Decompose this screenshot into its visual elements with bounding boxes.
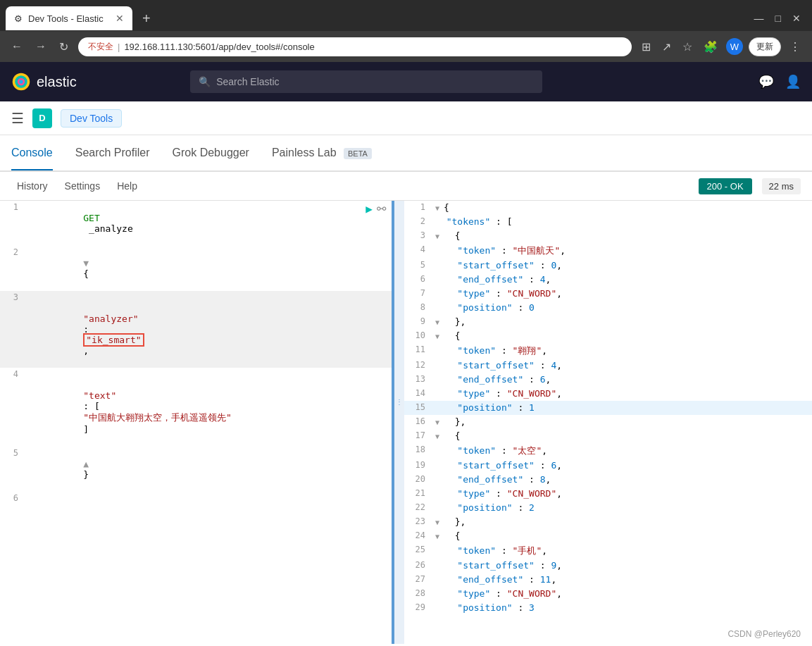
- right-line-content-28: "type" : "CN_WORD",: [432, 587, 812, 600]
- code-editor[interactable]: 1 GET _analyze ▶ ⚯ 2 ▼ { 3: [0, 201, 392, 644]
- menu-icon[interactable]: ⋮: [787, 37, 804, 56]
- right-line-25: 25 "token" : "手机",: [404, 543, 812, 559]
- line-number-3: 3: [0, 291, 25, 302]
- right-line-content-9: ▼ },: [432, 315, 812, 328]
- line-number-4: 4: [0, 368, 25, 379]
- line-content-1[interactable]: GET _analyze: [25, 201, 360, 246]
- resize-gutter[interactable]: ⋮: [394, 201, 404, 644]
- app-name-button[interactable]: Dev Tools: [61, 109, 122, 128]
- minimize-icon[interactable]: —: [754, 13, 764, 24]
- right-line-number-28: 28: [404, 587, 432, 598]
- right-line-number-13: 13: [404, 373, 432, 384]
- maximize-icon[interactable]: □: [775, 13, 781, 24]
- watermark: CSDN @Perley620: [727, 629, 801, 639]
- tab-close-button[interactable]: ✕: [115, 13, 124, 24]
- value-text: "中国航大翱翔太空，手机遥遥领先": [83, 412, 232, 423]
- history-button[interactable]: History: [11, 178, 54, 194]
- copy-button[interactable]: ⚯: [377, 202, 386, 216]
- gutter-handle[interactable]: ⋮: [396, 398, 403, 406]
- line-content-6[interactable]: [25, 492, 392, 495]
- browser-chrome: ⚙ Dev Tools - Elastic ✕ + — □ ✕ ← → ↻ 不安…: [0, 0, 812, 62]
- right-line-content-21: "type" : "CN_WORD",: [432, 487, 812, 500]
- line-content-2[interactable]: ▼ {: [25, 246, 392, 291]
- run-button[interactable]: ▶: [366, 202, 373, 216]
- right-line-content-11: "token" : "翱翔",: [432, 343, 812, 359]
- right-editor: 1▼ {2 "tokens" : [3▼ {4 "token" : "中国航天"…: [404, 201, 812, 615]
- browser-tab-active[interactable]: ⚙ Dev Tools - Elastic ✕: [6, 6, 132, 30]
- right-line-number-10: 10: [404, 329, 432, 340]
- app-bar: ☰ D Dev Tools: [0, 101, 812, 135]
- elastic-logo-text: elastic: [37, 74, 77, 90]
- right-line-4: 4 "token" : "中国航天",: [404, 243, 812, 259]
- extensions-icon[interactable]: 🧩: [701, 37, 720, 56]
- collapse-2[interactable]: ▼: [83, 258, 89, 268]
- new-tab-button[interactable]: +: [137, 11, 156, 27]
- time-badge: 22 ms: [762, 178, 801, 194]
- right-line-content-8: "position" : 0: [432, 301, 812, 314]
- url-text: 192.168.111.130:5601/app/dev_tools#/cons…: [124, 42, 314, 52]
- right-line-23: 23▼ },: [404, 515, 812, 529]
- key-text: "text": [83, 390, 116, 401]
- settings-button[interactable]: Settings: [59, 178, 106, 194]
- right-line-number-8: 8: [404, 301, 432, 312]
- right-line-content-24: ▼ {: [432, 529, 812, 542]
- right-line-number-21: 21: [404, 487, 432, 498]
- tab-search-profiler[interactable]: Search Profiler: [75, 137, 150, 170]
- help-button[interactable]: Help: [111, 178, 143, 194]
- close-bracket: ]: [83, 424, 89, 435]
- tabs-bar: Console Search Profiler Grok Debugger Pa…: [0, 135, 812, 172]
- update-button[interactable]: 更新: [749, 37, 781, 56]
- right-line-content-26: "start_offset" : 9,: [432, 559, 812, 572]
- right-line-number-20: 20: [404, 473, 432, 484]
- translate-icon[interactable]: ⊞: [639, 37, 654, 56]
- right-line-17: 17▼ {: [404, 429, 812, 443]
- refresh-button[interactable]: ↻: [56, 37, 71, 56]
- right-line-number-12: 12: [404, 359, 432, 370]
- line-number-6: 6: [0, 492, 25, 503]
- right-line-content-4: "token" : "中国航天",: [432, 243, 812, 259]
- right-line-content-23: ▼ },: [432, 515, 812, 528]
- close-icon[interactable]: ✕: [792, 13, 801, 24]
- code-line-1: 1 GET _analyze ▶ ⚯: [0, 201, 392, 246]
- tab-painless-lab[interactable]: Painless Lab BETA: [272, 137, 372, 170]
- right-line-9: 9▼ },: [404, 315, 812, 329]
- right-line-27: 27 "end_offset" : 11,: [404, 573, 812, 587]
- right-line-content-13: "end_offset" : 6,: [432, 373, 812, 386]
- right-line-7: 7 "type" : "CN_WORD",: [404, 287, 812, 301]
- bookmark-icon[interactable]: ☆: [680, 37, 695, 56]
- right-line-2: 2 "tokens" : [: [404, 215, 812, 229]
- right-line-number-25: 25: [404, 543, 432, 554]
- right-line-5: 5 "start_offset" : 0,: [404, 259, 812, 273]
- forward-button[interactable]: →: [32, 37, 49, 56]
- right-line-number-2: 2: [404, 215, 432, 226]
- brace-close: }: [83, 469, 89, 480]
- endpoint: _analyze: [83, 223, 132, 234]
- line-content-5[interactable]: ▲ }: [25, 447, 392, 492]
- left-editor-panel[interactable]: 1 GET _analyze ▶ ⚯ 2 ▼ { 3: [0, 201, 394, 644]
- tab-console[interactable]: Console: [11, 137, 53, 170]
- right-output-panel[interactable]: 1▼ {2 "tokens" : [3▼ {4 "token" : "中国航天"…: [404, 201, 812, 644]
- beta-badge: BETA: [344, 148, 372, 159]
- right-line-number-7: 7: [404, 287, 432, 298]
- hamburger-menu[interactable]: ☰: [11, 110, 24, 127]
- svg-point-3: [19, 80, 23, 83]
- code-line-2: 2 ▼ {: [0, 246, 392, 291]
- user-menu-icon[interactable]: 👤: [785, 74, 801, 89]
- key-analyzer: "analyzer": [83, 313, 138, 324]
- line-content-3[interactable]: "analyzer" : "ik_smart" ,: [25, 291, 392, 368]
- elastic-search-bar[interactable]: 🔍 Search Elastic: [190, 70, 542, 93]
- collapse-5[interactable]: ▲: [83, 459, 89, 469]
- profile-icon[interactable]: W: [726, 38, 743, 55]
- help-icon[interactable]: 💬: [758, 74, 774, 89]
- share-icon[interactable]: ↗: [659, 37, 674, 56]
- right-line-number-16: 16: [404, 415, 432, 426]
- right-line-15: 15 "position" : 1: [404, 401, 812, 415]
- back-button[interactable]: ←: [8, 37, 25, 56]
- url-bar[interactable]: 不安全 | 192.168.111.130:5601/app/dev_tools…: [78, 37, 632, 56]
- elastic-logo[interactable]: elastic: [11, 72, 77, 92]
- right-line-1: 1▼ {: [404, 201, 812, 215]
- line-content-4[interactable]: "text" : [ "中国航大翱翔太空，手机遥遥领先" ]: [25, 368, 392, 447]
- editor-container: 1 GET _analyze ▶ ⚯ 2 ▼ { 3: [0, 201, 812, 644]
- status-badge: 200 - OK: [699, 178, 752, 194]
- tab-grok-debugger[interactable]: Grok Debugger: [173, 137, 249, 170]
